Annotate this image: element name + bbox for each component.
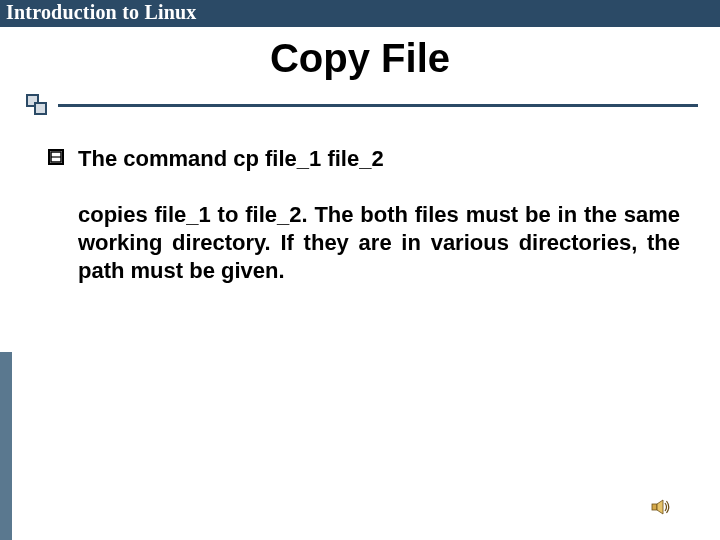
speaker-icon[interactable] [650,496,672,518]
left-accent-bar [0,352,12,540]
square-bullet-icon [48,149,64,169]
svg-rect-3 [652,504,657,510]
title-rule [58,94,698,114]
slide-title: Copy File [0,36,720,81]
body-text: copies file_1 to file_2. The both files … [78,201,680,285]
bullet-row: The command cp file_1 file_2 [48,145,680,173]
svg-marker-4 [657,500,663,514]
rule-line [58,104,698,107]
rule-square-icon [34,102,47,115]
course-title: Introduction to Linux [6,1,197,24]
bullet-text: The command cp file_1 file_2 [78,145,384,173]
content-area: The command cp file_1 file_2 copies file… [48,145,680,285]
slide: Introduction to Linux Copy File The comm… [0,0,720,540]
